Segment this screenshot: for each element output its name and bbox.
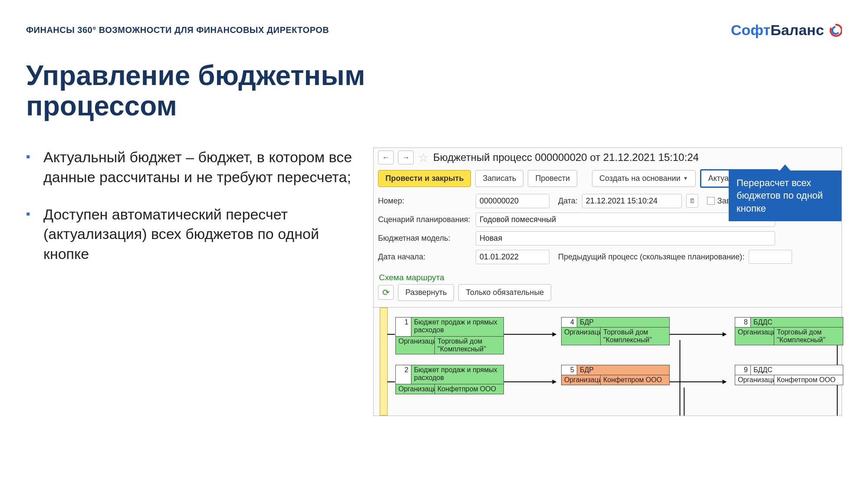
node-number: 5 [562, 365, 577, 375]
nav-forward-button[interactable]: → [398, 151, 414, 164]
refresh-icon: ⟳ [382, 287, 390, 298]
diagram-node[interactable]: 4БДР ОрганизацияТорговый дом "Комплексны… [561, 317, 670, 345]
node-org-label: Организация [396, 337, 435, 354]
node-number: 2 [396, 365, 411, 384]
field-label-scenario: Сценарий планирования: [378, 215, 471, 224]
favorite-star-icon[interactable]: ☆ [418, 151, 429, 165]
bullet-item: Доступен автоматический пересчет (актуал… [26, 205, 356, 265]
field-label-model: Бюджетная модель: [378, 234, 471, 243]
model-input[interactable]: Новая [476, 231, 775, 246]
node-title: БДР [577, 365, 669, 375]
diagram-node[interactable]: 2Бюджет продаж и прямых расходов Организ… [395, 365, 504, 394]
svg-marker-2 [552, 380, 557, 384]
chevron-down-icon: ▼ [683, 175, 688, 181]
expand-button[interactable]: Развернуть [398, 284, 454, 301]
node-org-value: Конфетпром ООО [601, 375, 669, 385]
svg-marker-0 [552, 332, 557, 337]
nav-back-button[interactable]: ← [378, 151, 394, 164]
mandatory-only-button[interactable]: Только обязательные [458, 284, 551, 301]
svg-marker-1 [723, 332, 727, 337]
node-org-value: Конфетпром ООО [435, 384, 503, 394]
breadcrumb: ФИНАНСЫ 360° ВОЗМОЖНОСТИ ДЛЯ ФИНАНСОВЫХ … [26, 25, 329, 35]
start-date-input[interactable]: 01.01.2022 [476, 250, 549, 264]
calendar-icon[interactable]: 🗓 [686, 194, 698, 208]
prev-process-input[interactable] [749, 250, 792, 264]
svg-marker-3 [723, 380, 727, 384]
node-number: 8 [735, 318, 751, 327]
number-input[interactable]: 000000020 [476, 194, 549, 208]
refresh-button[interactable]: ⟳ [378, 285, 394, 300]
node-org-label: Организация [735, 328, 774, 345]
logo-word-balance: Баланс [770, 22, 824, 38]
logo-word-soft: Софт [731, 22, 770, 38]
node-number: 9 [735, 365, 751, 375]
save-button[interactable]: Записать [475, 170, 523, 187]
diagram-node[interactable]: 1Бюджет продаж и прямых расходов Организ… [395, 317, 504, 354]
diagram-node[interactable]: 9БДДС ОрганизацияКонфетпром ООО [735, 365, 843, 385]
post-and-close-button[interactable]: Провести и закрыть [378, 170, 471, 187]
node-org-label: Организация [735, 375, 774, 385]
diagram-node[interactable]: 8БДДС ОрганизацияТорговый дом "Комплексн… [735, 317, 843, 345]
field-label-date: Дата: [558, 197, 578, 206]
bullet-item: Актуальный бюджет – бюджет, в котором вс… [26, 147, 356, 187]
logo-swirl-icon [829, 23, 842, 36]
node-org-label: Организация [562, 328, 601, 345]
slide-title: Управление бюджетным процессом [26, 60, 417, 121]
node-org-value: Торговый дом "Комплексный" [774, 328, 843, 345]
date-input[interactable]: 21.12.2021 15:10:24 [582, 194, 682, 208]
node-title: БДДС [751, 318, 843, 327]
callout-tooltip: Перерасчет всех бюджетов по одной кнопке [729, 170, 842, 221]
node-number: 4 [562, 318, 577, 327]
app-window: ← → ☆ Бюджетный процесс 000000020 от 21.… [373, 147, 842, 416]
node-number: 1 [396, 318, 411, 336]
window-title: Бюджетный процесс 000000020 от 21.12.202… [433, 151, 699, 164]
create-based-on-label: Создать на основании [599, 174, 681, 183]
logo: СофтБаланс [731, 22, 842, 39]
route-diagram: 1Бюджет продаж и прямых расходов Организ… [374, 307, 842, 416]
diagram-rail [380, 308, 388, 416]
node-org-label: Организация [396, 384, 435, 394]
create-based-on-button[interactable]: Создать на основании ▼ [592, 170, 696, 187]
node-org-value: Торговый дом "Комплексный" [601, 328, 669, 345]
field-label-prev-process: Предыдущий процесс (скользящее планирова… [558, 252, 744, 262]
checkbox-box-icon [707, 197, 715, 205]
field-label-start-date: Дата начала: [378, 252, 471, 262]
node-org-label: Организация [562, 375, 601, 385]
node-title: Бюджет продаж и прямых расходов [411, 365, 503, 384]
node-title: Бюджет продаж и прямых расходов [411, 318, 503, 336]
node-org-value: Конфетпром ООО [774, 375, 843, 385]
diagram-node[interactable]: 5БДР ОрганизацияКонфетпром ООО [561, 365, 670, 385]
scheme-link[interactable]: Схема маршрута [379, 273, 444, 282]
node-title: БДР [577, 318, 669, 327]
post-button[interactable]: Провести [528, 170, 577, 187]
field-label-number: Номер: [378, 197, 471, 206]
node-org-value: Торговый дом "Комплексный" [435, 337, 503, 354]
node-title: БДДС [751, 365, 843, 375]
